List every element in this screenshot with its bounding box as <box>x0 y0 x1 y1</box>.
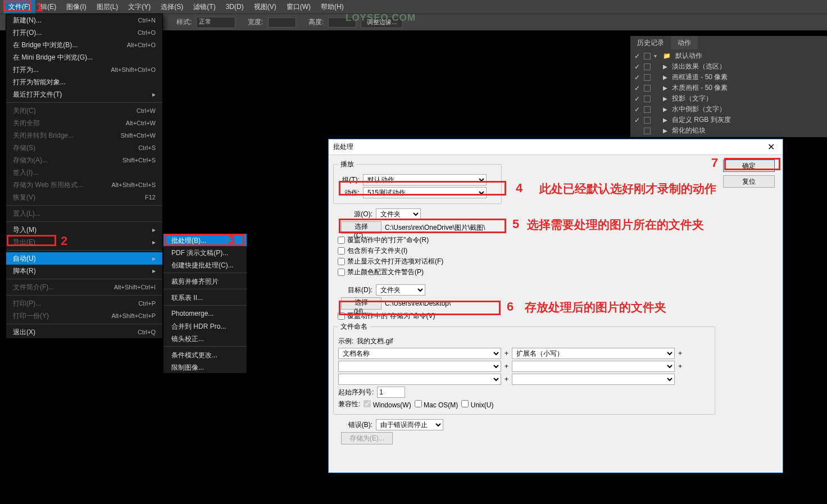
compat-unix-checkbox[interactable]: Unix(U) <box>461 400 493 409</box>
action-row[interactable]: ✓▶自定义 RGB 到灰度 <box>630 115 827 125</box>
auto-menu-item[interactable]: 联系表 II... <box>163 291 247 303</box>
dialog-toggle[interactable] <box>644 117 651 124</box>
naming-part-2[interactable]: 扩展名（小写） <box>512 348 675 359</box>
width-input[interactable] <box>268 17 296 28</box>
action-row[interactable]: ✓▶水中倒影（文字） <box>630 104 827 115</box>
disclosure-icon[interactable]: ▾ <box>654 53 660 59</box>
target-choose-button[interactable]: 选择(H)... <box>341 297 381 310</box>
naming-part-5[interactable] <box>338 374 501 385</box>
check-icon[interactable]: ✓ <box>634 74 640 81</box>
auto-menu-item[interactable]: 合并到 HDR Pro... <box>163 320 247 332</box>
watermark: LOYSEO.COM <box>346 12 416 24</box>
menu-select[interactable]: 选择(S) <box>156 0 188 14</box>
reset-button[interactable]: 复位 <box>723 175 775 188</box>
naming-part-6[interactable] <box>512 374 675 385</box>
menu-file[interactable]: 文件(F) <box>3 0 35 14</box>
file-menu-item[interactable]: 最近打开文件(T) <box>6 88 162 101</box>
file-menu-item[interactable]: 导入(M) <box>6 224 162 236</box>
seq-label: 起始序列号: <box>338 388 374 397</box>
tab-history[interactable]: 历史记录 <box>630 36 671 49</box>
naming-fieldset: 文件命名 示例: 我的文档.gif 文档名称 + 扩展名（小写） + + + + <box>333 322 715 415</box>
play-legend: 播放 <box>338 160 356 169</box>
file-menu-item[interactable]: 在 Mini Bridge 中浏览(G)... <box>6 51 162 63</box>
auto-menu-item[interactable]: 批处理(B)... <box>163 234 247 246</box>
naming-part-4[interactable] <box>512 361 675 372</box>
dialog-toggle[interactable] <box>644 53 651 60</box>
arrow-icon: ▶ <box>663 117 669 123</box>
file-menu-item[interactable]: 退出(X)Ctrl+Q <box>6 326 162 338</box>
menu-window[interactable]: 窗口(W) <box>281 0 316 14</box>
auto-menu-item[interactable]: 镜头校正... <box>163 332 247 344</box>
naming-part-3[interactable] <box>338 361 501 372</box>
set-label: 组(T): <box>338 175 360 185</box>
file-menu-item[interactable]: 在 Bridge 中浏览(B)...Alt+Ctrl+O <box>6 39 162 51</box>
suppress-open-options-checkbox[interactable]: 禁止显示文件打开选项对话框(F) <box>338 257 778 266</box>
auto-menu-item[interactable]: PDF 演示文稿(P)... <box>163 246 247 258</box>
dialog-toggle[interactable] <box>644 85 651 92</box>
check-icon[interactable]: ✓ <box>634 95 640 103</box>
auto-menu-item[interactable]: 裁剪并修齐照片 <box>163 275 247 287</box>
menu-3d[interactable]: 3D(D) <box>221 1 249 13</box>
check-icon[interactable]: ✓ <box>634 116 640 124</box>
action-row[interactable]: ✓▶投影（文字） <box>630 93 827 104</box>
menu-edit[interactable]: 辑(E) <box>35 0 61 14</box>
action-row[interactable]: ✓▶画框通道 - 50 像素 <box>630 72 827 83</box>
dialog-toggle[interactable] <box>644 63 651 70</box>
action-row[interactable]: ✓▾📁默认动作 <box>630 51 827 61</box>
check-icon[interactable]: ✓ <box>634 106 640 113</box>
action-name: 投影（文字） <box>672 94 824 103</box>
menu-help[interactable]: 帮助(H) <box>316 0 349 14</box>
dialog-toggle[interactable] <box>644 96 651 102</box>
action-select[interactable]: 515测试动作 <box>363 187 487 198</box>
file-menu-item[interactable]: 自动(U) <box>6 252 162 265</box>
source-select[interactable]: 文件夹 <box>376 208 421 220</box>
file-menu-item[interactable]: 打开为...Alt+Shift+Ctrl+O <box>6 63 162 76</box>
batch-dialog: 批处理 ✕ 确定 复位 播放 组(T): 默认动作 动作: 515测试动作 源(… <box>328 139 783 473</box>
menu-filter[interactable]: 滤镜(T) <box>188 0 220 14</box>
suppress-color-profile-checkbox[interactable]: 禁止颜色配置文件警告(P) <box>338 267 778 277</box>
auto-menu-item[interactable]: 创建快捷批处理(C)... <box>163 258 247 271</box>
dialog-toggle[interactable] <box>644 128 651 134</box>
tab-actions[interactable]: 动作 <box>671 36 698 49</box>
auto-menu-item[interactable]: Photomerge... <box>163 307 247 320</box>
dialog-toggle[interactable] <box>644 74 651 81</box>
include-subfolders-checkbox[interactable]: 包含所有子文件夹(I) <box>338 246 778 256</box>
arrow-icon: ▶ <box>663 96 669 102</box>
width-label: 宽度: <box>248 17 263 27</box>
check-icon[interactable]: ✓ <box>634 63 640 71</box>
file-menu-item: 打印一份(Y)Alt+Shift+Ctrl+P <box>6 310 162 322</box>
naming-legend: 文件命名 <box>338 322 370 332</box>
ok-button[interactable]: 确定 <box>723 160 775 172</box>
file-menu-item: 关闭并转到 Bridge...Shift+Ctrl+W <box>6 129 162 142</box>
dialog-toggle[interactable] <box>644 106 651 113</box>
file-menu-item: 导出(E) <box>6 236 162 248</box>
action-row[interactable]: ▶熔化的铅块 <box>630 125 827 136</box>
check-icon[interactable]: ✓ <box>634 52 640 60</box>
actions-list: ✓▾📁默认动作✓▶淡出效果（选区）✓▶画框通道 - 50 像素✓▶木质画框 - … <box>630 49 827 137</box>
file-menu-item[interactable]: 脚本(R) <box>6 265 162 277</box>
target-select[interactable]: 文件夹 <box>376 284 425 296</box>
close-icon[interactable]: ✕ <box>764 140 778 153</box>
file-menu-item[interactable]: 打开(O)...Ctrl+O <box>6 26 162 39</box>
auto-menu-item[interactable]: 限制图像... <box>163 361 247 373</box>
override-open-checkbox[interactable]: 覆盖动作中的"打开"命令(R) <box>338 235 778 245</box>
menu-layer[interactable]: 图层(L) <box>92 0 124 14</box>
override-saveas-checkbox[interactable]: 覆盖动作中的"存储为"命令(V) <box>338 311 778 321</box>
source-choose-button[interactable]: 选择(C)... <box>341 221 381 234</box>
menu-view[interactable]: 视图(V) <box>249 0 281 14</box>
set-select[interactable]: 默认动作 <box>363 174 487 185</box>
action-row[interactable]: ✓▶淡出效果（选区） <box>630 61 827 72</box>
example-value: 我的文档.gif <box>357 337 393 346</box>
seq-input[interactable] <box>377 387 405 398</box>
menu-image[interactable]: 图像(I) <box>61 0 91 14</box>
naming-part-1[interactable]: 文档名称 <box>338 348 501 359</box>
file-menu-item[interactable]: 打开为智能对象... <box>6 76 162 88</box>
action-row[interactable]: ✓▶木质画框 - 50 像素 <box>630 83 827 93</box>
error-select[interactable]: 由于错误而停止 <box>376 419 443 430</box>
check-icon[interactable]: ✓ <box>634 84 640 92</box>
file-menu-item[interactable]: 新建(N)...Ctrl+N <box>6 14 162 26</box>
menu-type[interactable]: 文字(Y) <box>123 0 156 14</box>
compat-macos-checkbox[interactable]: Mac OS(M) <box>415 400 458 409</box>
auto-menu-item[interactable]: 条件模式更改... <box>163 348 247 361</box>
style-select[interactable]: 正常 <box>196 17 235 28</box>
